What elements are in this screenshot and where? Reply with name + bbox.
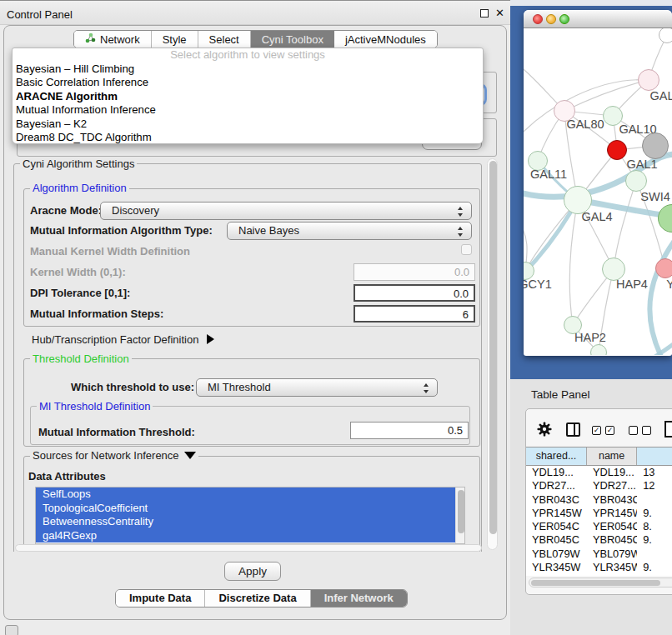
tab-cyni-toolbox[interactable]: Cyni Toolbox [251, 31, 334, 48]
deselect-checkbox-icon[interactable] [629, 426, 638, 435]
which-threshold-select[interactable]: MI Threshold [196, 378, 438, 397]
table-cell: YDL19... [526, 466, 587, 479]
settings-scrollbar-thumb[interactable] [489, 161, 497, 534]
network-node-swi4[interactable] [625, 170, 647, 192]
tab-select[interactable]: Select [198, 31, 251, 48]
close-icon[interactable]: ✕ [495, 7, 504, 19]
kernel-width-field[interactable]: 0.0 [354, 263, 475, 281]
table-cell: YER054C [526, 520, 587, 533]
float-window-icon[interactable] [480, 9, 489, 18]
aracne-mode-label: Aracne Mode: [30, 204, 102, 217]
tab-network[interactable]: Network [74, 31, 152, 48]
sources-title: Sources for Network Inference [33, 449, 179, 462]
tab-style[interactable]: Style [152, 31, 198, 48]
table-scrollbar-thumb[interactable] [531, 580, 660, 586]
algorithm-dropdown[interactable]: Select algorithm to view settings Bayesi… [12, 48, 484, 144]
network-node-gal[interactable] [638, 69, 659, 91]
apply-button[interactable]: Apply [224, 562, 281, 581]
minimize-traffic-light-icon[interactable] [546, 14, 556, 24]
algorithm-option[interactable]: Bayesian – Hill Climbing [13, 62, 483, 76]
which-threshold-label: Which threshold to use: [71, 381, 194, 393]
table-cell: YPR145W [526, 507, 587, 520]
table-row[interactable]: YLR345WYLR345W9. [526, 561, 672, 574]
network-edge-thick [649, 228, 672, 355]
network-window-titlebar[interactable] [524, 10, 672, 28]
data-attribute-item[interactable]: SelfLoops [36, 488, 464, 502]
bottom-tab-infer-network[interactable]: Infer Network [311, 590, 407, 607]
algorithm-dropdown-list: Bayesian – Hill ClimbingBasic Correlatio… [13, 62, 483, 144]
algorithm-option[interactable]: Dream8 DC_TDC Algorithm [13, 131, 483, 144]
data-attribute-item[interactable]: TopologicalCoefficient [36, 502, 464, 516]
gear-icon[interactable] [537, 422, 552, 439]
settings-horizontal-scrollbar[interactable] [15, 544, 482, 552]
table-cell: YDR27... [526, 479, 587, 492]
node-table: shared...name YDL19...YDL19...13YDR27...… [526, 447, 672, 576]
table-horizontal-scrollbar[interactable] [529, 578, 672, 588]
algorithm-option[interactable]: Basic Correlation Inference [13, 76, 483, 89]
manual-kernel-checkbox[interactable] [461, 244, 472, 255]
bottom-tab-impute-data[interactable]: Impute Data [116, 590, 205, 607]
mi-steps-field[interactable]: 6 [354, 305, 475, 322]
table-cell: YIL052C [526, 574, 587, 576]
list-scrollbar[interactable] [455, 488, 464, 544]
hub-definition-toggle[interactable]: Hub/Transcription Factor Definition [32, 333, 214, 346]
table-row[interactable]: YBL079WYBL079W [526, 548, 672, 561]
mi-algorithm-type-select[interactable]: Naive Bayes [227, 222, 472, 240]
network-canvas[interactable]: GALGAL80GAL10GAL1GAL11SWI4GAL4GCY1HAP4YH… [524, 28, 672, 355]
dpi-tolerance-field[interactable]: 0.0 [354, 284, 475, 302]
network-node[interactable] [642, 132, 669, 159]
network-node-gal1[interactable] [607, 140, 627, 160]
select-all-checkbox-icon[interactable]: ✓ [605, 426, 614, 435]
table-cell: YER054C [587, 520, 637, 533]
desktop-area: GALGAL80GAL10GAL1GAL11SWI4GAL4GCY1HAP4YH… [510, 0, 672, 635]
spinner-arrows-icon [458, 226, 464, 238]
data-attribute-item[interactable]: BetweennessCentrality [36, 515, 464, 529]
network-edge [569, 200, 578, 325]
table-cell: 9. [637, 507, 672, 520]
table-cell: YBR045C [526, 533, 587, 547]
algorithm-option[interactable]: Mutual Information Inference [13, 103, 483, 117]
table-row[interactable]: YIL052CYIL052C9 [526, 574, 672, 576]
deselect-checkbox-icon[interactable] [642, 426, 651, 435]
mi-threshold-field[interactable]: 0.5 [350, 422, 469, 439]
table-rows: YDL19...YDL19...13YDR27...YDR27...12YBR0… [526, 466, 672, 576]
threshold-definition-title: Threshold Definition [30, 353, 132, 364]
data-attribute-item[interactable]: gal4RGexp [36, 529, 464, 543]
node-label: GAL80 [566, 118, 604, 131]
table-row[interactable]: YBR043CYBR043C [526, 493, 672, 507]
table-column-header[interactable]: shared... [526, 448, 587, 465]
table-row[interactable]: YBR045CYBR045C9. [526, 533, 672, 547]
network-edge-thick [647, 333, 672, 355]
table-row[interactable]: YPR145WYPR145W9. [526, 507, 672, 520]
list-scrollbar-thumb[interactable] [458, 490, 464, 533]
mi-threshold-label: Mutual Information Threshold: [38, 426, 195, 438]
select-all-checkbox-icon[interactable]: ✓ [592, 426, 601, 435]
algorithm-option[interactable]: ARACNE Algorithm [13, 90, 483, 103]
data-attributes-list[interactable]: SelfLoopsTopologicalCoefficientBetweenne… [35, 487, 465, 544]
network-node[interactable] [590, 344, 607, 355]
column-selector-icon[interactable] [566, 422, 580, 437]
dpi-tolerance-label: DPI Tolerance [0,1]: [30, 287, 130, 299]
network-node-y[interactable] [655, 258, 672, 278]
export-file-icon[interactable] [664, 421, 672, 440]
network-window[interactable]: GALGAL80GAL10GAL1GAL11SWI4GAL4GCY1HAP4YH… [524, 10, 672, 356]
table-column-header[interactable]: name [587, 448, 637, 465]
table-row[interactable]: YDL19...YDL19...13 [526, 466, 672, 479]
aracne-mode-select[interactable]: Discovery [100, 202, 472, 220]
settings-vertical-scrollbar[interactable] [487, 158, 498, 550]
table-row[interactable]: YDR27...YDR27...12 [526, 479, 672, 492]
algorithm-option[interactable]: Bayesian – K2 [13, 118, 483, 131]
sources-toggle[interactable]: Sources for Network Inference [30, 450, 198, 461]
manual-kernel-label: Manual Kernel Width Definition [30, 245, 190, 258]
node-label: GCY1 [524, 278, 552, 291]
dock-corner-icon[interactable] [5, 625, 18, 635]
table-row[interactable]: YER054CYER054C8. [526, 520, 672, 533]
table-column-header[interactable] [637, 448, 672, 465]
bottom-tab-discretize-data[interactable]: Discretize Data [205, 590, 310, 607]
tab-jactivemnodules[interactable]: jActiveMNodules [334, 31, 437, 48]
close-traffic-light-icon[interactable] [533, 14, 543, 24]
zoom-traffic-light-icon[interactable] [559, 14, 569, 24]
table-cell: YLR345W [587, 561, 637, 574]
network-node[interactable] [659, 28, 672, 43]
tab-label: Cyni Toolbox [262, 33, 323, 46]
